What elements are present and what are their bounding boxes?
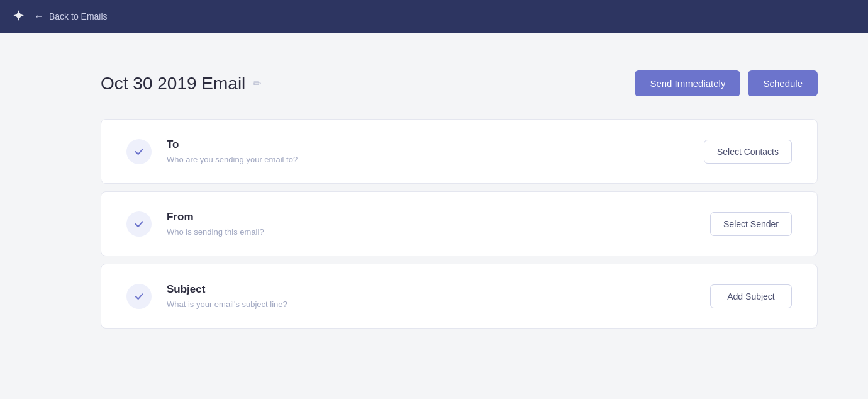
card-heading-from: From xyxy=(167,211,264,223)
top-nav: ✦ ← Back to Emails xyxy=(0,0,868,33)
card-heading-subject: Subject xyxy=(167,283,287,296)
app-logo: ✦ xyxy=(13,8,24,25)
card-to: To Who are you sending your email to? Se… xyxy=(101,119,818,184)
card-description-to: Who are you sending your email to? xyxy=(167,155,298,164)
card-action-from[interactable]: Select Sender xyxy=(710,212,792,236)
check-icon-subject xyxy=(133,291,145,302)
check-circle-from xyxy=(126,211,152,237)
main-content: Oct 30 2019 Email ✏ Send Immediately Sch… xyxy=(0,33,868,361)
send-immediately-button[interactable]: Send Immediately xyxy=(635,70,740,96)
check-circle-to xyxy=(126,139,152,164)
edit-title-icon[interactable]: ✏ xyxy=(253,77,261,89)
card-action-to[interactable]: Select Contacts xyxy=(704,140,792,164)
card-text-from: From Who is sending this email? xyxy=(167,211,264,237)
card-left-subject: Subject What is your email's subject lin… xyxy=(126,283,287,309)
check-icon-to xyxy=(133,146,145,157)
card-left-from: From Who is sending this email? xyxy=(126,211,264,237)
check-icon-from xyxy=(133,218,145,230)
card-heading-to: To xyxy=(167,138,298,151)
back-arrow-icon: ← xyxy=(34,11,44,22)
card-text-subject: Subject What is your email's subject lin… xyxy=(167,283,287,309)
cards-list: To Who are you sending your email to? Se… xyxy=(101,119,818,329)
card-left-to: To Who are you sending your email to? xyxy=(126,138,298,164)
card-description-subject: What is your email's subject line? xyxy=(167,300,287,309)
page-header: Oct 30 2019 Email ✏ Send Immediately Sch… xyxy=(101,70,818,96)
schedule-button[interactable]: Schedule xyxy=(748,70,818,96)
card-action-subject[interactable]: Add Subject xyxy=(710,284,792,308)
page-title-group: Oct 30 2019 Email ✏ xyxy=(101,74,261,94)
header-buttons: Send Immediately Schedule xyxy=(635,70,818,96)
card-subject: Subject What is your email's subject lin… xyxy=(101,264,818,329)
card-text-to: To Who are you sending your email to? xyxy=(167,138,298,164)
check-circle-subject xyxy=(126,284,152,309)
back-to-emails-link[interactable]: ← Back to Emails xyxy=(34,11,108,22)
card-description-from: Who is sending this email? xyxy=(167,227,264,237)
card-from: From Who is sending this email? Select S… xyxy=(101,191,818,256)
page-title: Oct 30 2019 Email xyxy=(101,74,245,94)
back-label: Back to Emails xyxy=(49,11,108,21)
